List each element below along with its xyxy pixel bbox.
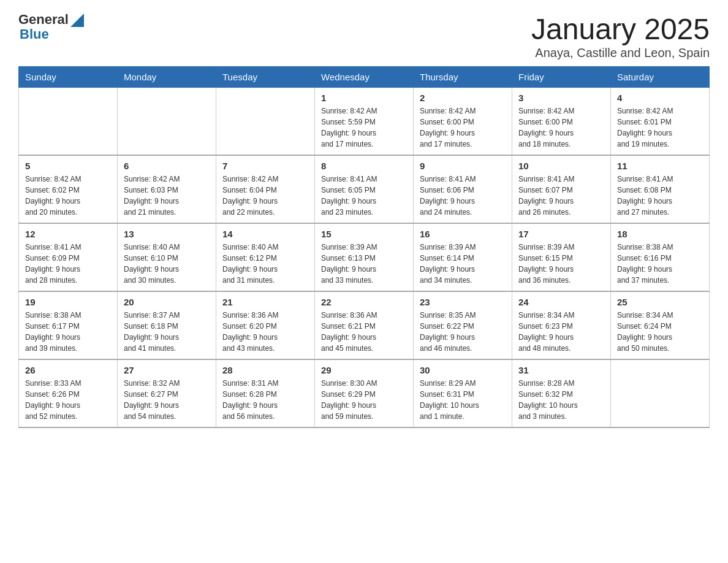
table-row: 17Sunrise: 8:39 AM Sunset: 6:15 PM Dayli… — [512, 223, 611, 291]
day-info: Sunrise: 8:42 AM Sunset: 6:00 PM Dayligh… — [518, 105, 604, 150]
logo-triangle-icon — [70, 13, 84, 27]
day-number: 2 — [420, 93, 506, 103]
table-row: 23Sunrise: 8:35 AM Sunset: 6:22 PM Dayli… — [414, 291, 512, 359]
day-info: Sunrise: 8:37 AM Sunset: 6:18 PM Dayligh… — [124, 310, 210, 354]
page-header: General Blue January 2025 Anaya, Castill… — [18, 12, 710, 60]
day-info: Sunrise: 8:42 AM Sunset: 6:04 PM Dayligh… — [222, 174, 308, 218]
logo: General Blue — [18, 12, 84, 42]
calendar-title: January 2025 — [531, 12, 710, 46]
day-number: 24 — [518, 297, 604, 307]
day-number: 27 — [124, 365, 210, 375]
day-info: Sunrise: 8:42 AM Sunset: 6:01 PM Dayligh… — [617, 105, 703, 150]
col-saturday: Saturday — [611, 67, 710, 88]
table-row: 9Sunrise: 8:41 AM Sunset: 6:06 PM Daylig… — [414, 155, 512, 223]
table-row: 22Sunrise: 8:36 AM Sunset: 6:21 PM Dayli… — [315, 291, 414, 359]
day-info: Sunrise: 8:41 AM Sunset: 6:06 PM Dayligh… — [420, 174, 506, 218]
col-friday: Friday — [512, 67, 611, 88]
day-info: Sunrise: 8:42 AM Sunset: 5:59 PM Dayligh… — [321, 105, 407, 150]
table-row: 26Sunrise: 8:33 AM Sunset: 6:26 PM Dayli… — [19, 359, 118, 427]
day-number: 12 — [25, 229, 111, 239]
day-info: Sunrise: 8:42 AM Sunset: 6:02 PM Dayligh… — [25, 174, 111, 218]
table-row: 27Sunrise: 8:32 AM Sunset: 6:27 PM Dayli… — [118, 359, 216, 427]
day-number: 23 — [420, 297, 506, 307]
table-row: 31Sunrise: 8:28 AM Sunset: 6:32 PM Dayli… — [512, 359, 611, 427]
table-row: 2Sunrise: 8:42 AM Sunset: 6:00 PM Daylig… — [414, 88, 512, 156]
day-number: 5 — [25, 161, 111, 171]
table-row: 5Sunrise: 8:42 AM Sunset: 6:02 PM Daylig… — [19, 155, 118, 223]
day-number: 8 — [321, 161, 407, 171]
title-section: January 2025 Anaya, Castille and Leon, S… — [531, 12, 710, 60]
table-row: 15Sunrise: 8:39 AM Sunset: 6:13 PM Dayli… — [315, 223, 414, 291]
day-number: 25 — [617, 297, 703, 307]
col-monday: Monday — [118, 67, 216, 88]
table-row — [118, 88, 216, 156]
week-row-4: 19Sunrise: 8:38 AM Sunset: 6:17 PM Dayli… — [19, 291, 710, 359]
day-info: Sunrise: 8:41 AM Sunset: 6:05 PM Dayligh… — [321, 174, 407, 218]
table-row — [216, 88, 315, 156]
day-info: Sunrise: 8:41 AM Sunset: 6:07 PM Dayligh… — [518, 174, 604, 218]
day-number: 22 — [321, 297, 407, 307]
day-info: Sunrise: 8:39 AM Sunset: 6:15 PM Dayligh… — [518, 242, 604, 286]
table-row: 12Sunrise: 8:41 AM Sunset: 6:09 PM Dayli… — [19, 223, 118, 291]
day-info: Sunrise: 8:42 AM Sunset: 6:00 PM Dayligh… — [420, 105, 506, 150]
day-number: 9 — [420, 161, 506, 171]
table-row: 4Sunrise: 8:42 AM Sunset: 6:01 PM Daylig… — [611, 88, 710, 156]
table-row: 10Sunrise: 8:41 AM Sunset: 6:07 PM Dayli… — [512, 155, 611, 223]
day-info: Sunrise: 8:29 AM Sunset: 6:31 PM Dayligh… — [420, 378, 506, 422]
day-number: 19 — [25, 297, 111, 307]
table-row: 18Sunrise: 8:38 AM Sunset: 6:16 PM Dayli… — [611, 223, 710, 291]
day-number: 28 — [222, 365, 308, 375]
table-row: 20Sunrise: 8:37 AM Sunset: 6:18 PM Dayli… — [118, 291, 216, 359]
day-number: 15 — [321, 229, 407, 239]
logo-text-general: General — [18, 12, 69, 27]
calendar-header-row: Sunday Monday Tuesday Wednesday Thursday… — [19, 67, 710, 88]
day-info: Sunrise: 8:38 AM Sunset: 6:16 PM Dayligh… — [617, 242, 703, 286]
logo-text-blue: Blue — [20, 27, 84, 42]
day-info: Sunrise: 8:42 AM Sunset: 6:03 PM Dayligh… — [124, 174, 210, 218]
day-info: Sunrise: 8:39 AM Sunset: 6:14 PM Dayligh… — [420, 242, 506, 286]
day-info: Sunrise: 8:39 AM Sunset: 6:13 PM Dayligh… — [321, 242, 407, 286]
calendar-table: Sunday Monday Tuesday Wednesday Thursday… — [18, 66, 710, 428]
day-info: Sunrise: 8:36 AM Sunset: 6:20 PM Dayligh… — [222, 310, 308, 354]
table-row — [19, 88, 118, 156]
table-row: 25Sunrise: 8:34 AM Sunset: 6:24 PM Dayli… — [611, 291, 710, 359]
table-row: 6Sunrise: 8:42 AM Sunset: 6:03 PM Daylig… — [118, 155, 216, 223]
day-info: Sunrise: 8:31 AM Sunset: 6:28 PM Dayligh… — [222, 378, 308, 422]
day-number: 21 — [222, 297, 308, 307]
table-row: 28Sunrise: 8:31 AM Sunset: 6:28 PM Dayli… — [216, 359, 315, 427]
day-info: Sunrise: 8:28 AM Sunset: 6:32 PM Dayligh… — [518, 378, 604, 422]
day-number: 13 — [124, 229, 210, 239]
week-row-5: 26Sunrise: 8:33 AM Sunset: 6:26 PM Dayli… — [19, 359, 710, 427]
table-row — [611, 359, 710, 427]
col-sunday: Sunday — [19, 67, 118, 88]
table-row: 30Sunrise: 8:29 AM Sunset: 6:31 PM Dayli… — [414, 359, 512, 427]
table-row: 3Sunrise: 8:42 AM Sunset: 6:00 PM Daylig… — [512, 88, 611, 156]
day-number: 7 — [222, 161, 308, 171]
day-number: 11 — [617, 161, 703, 171]
day-number: 4 — [617, 93, 703, 103]
table-row: 19Sunrise: 8:38 AM Sunset: 6:17 PM Dayli… — [19, 291, 118, 359]
week-row-1: 1Sunrise: 8:42 AM Sunset: 5:59 PM Daylig… — [19, 88, 710, 156]
week-row-2: 5Sunrise: 8:42 AM Sunset: 6:02 PM Daylig… — [19, 155, 710, 223]
table-row: 16Sunrise: 8:39 AM Sunset: 6:14 PM Dayli… — [414, 223, 512, 291]
day-number: 1 — [321, 93, 407, 103]
table-row: 7Sunrise: 8:42 AM Sunset: 6:04 PM Daylig… — [216, 155, 315, 223]
day-number: 26 — [25, 365, 111, 375]
table-row: 13Sunrise: 8:40 AM Sunset: 6:10 PM Dayli… — [118, 223, 216, 291]
day-info: Sunrise: 8:35 AM Sunset: 6:22 PM Dayligh… — [420, 310, 506, 354]
day-info: Sunrise: 8:34 AM Sunset: 6:23 PM Dayligh… — [518, 310, 604, 354]
table-row: 21Sunrise: 8:36 AM Sunset: 6:20 PM Dayli… — [216, 291, 315, 359]
day-info: Sunrise: 8:32 AM Sunset: 6:27 PM Dayligh… — [124, 378, 210, 422]
svg-marker-0 — [70, 13, 84, 27]
table-row: 14Sunrise: 8:40 AM Sunset: 6:12 PM Dayli… — [216, 223, 315, 291]
day-number: 20 — [124, 297, 210, 307]
day-number: 18 — [617, 229, 703, 239]
day-number: 6 — [124, 161, 210, 171]
day-info: Sunrise: 8:36 AM Sunset: 6:21 PM Dayligh… — [321, 310, 407, 354]
week-row-3: 12Sunrise: 8:41 AM Sunset: 6:09 PM Dayli… — [19, 223, 710, 291]
day-info: Sunrise: 8:41 AM Sunset: 6:08 PM Dayligh… — [617, 174, 703, 218]
col-thursday: Thursday — [414, 67, 512, 88]
day-info: Sunrise: 8:34 AM Sunset: 6:24 PM Dayligh… — [617, 310, 703, 354]
day-number: 29 — [321, 365, 407, 375]
table-row: 8Sunrise: 8:41 AM Sunset: 6:05 PM Daylig… — [315, 155, 414, 223]
